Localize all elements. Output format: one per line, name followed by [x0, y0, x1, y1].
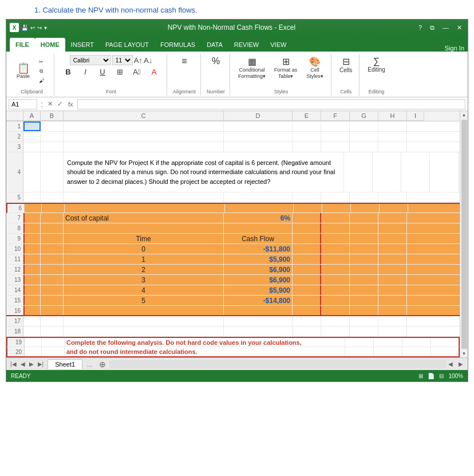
- italic-button[interactable]: I: [77, 66, 93, 77]
- cell-C14[interactable]: 4: [64, 285, 224, 295]
- cell-E17[interactable]: [293, 316, 321, 326]
- cell-G9[interactable]: [350, 234, 378, 243]
- cell-E5[interactable]: [293, 192, 321, 202]
- col-header-g[interactable]: G: [350, 111, 378, 121]
- cell-A5[interactable]: [23, 192, 41, 202]
- cell-G16[interactable]: [350, 306, 378, 315]
- cell-B20[interactable]: [42, 347, 65, 356]
- cell-F11[interactable]: [321, 254, 350, 264]
- cell-B16[interactable]: [41, 306, 64, 315]
- col-header-e[interactable]: E: [293, 111, 321, 121]
- fill-color-button[interactable]: A⃝: [129, 66, 145, 77]
- cell-B1[interactable]: [41, 121, 64, 131]
- cell-E8[interactable]: [293, 223, 321, 233]
- close-button[interactable]: ✕: [455, 24, 464, 32]
- cell-H12[interactable]: [378, 265, 407, 274]
- save-qa-btn[interactable]: 💾: [21, 25, 28, 31]
- cell-styles-button[interactable]: 🎨 CellStyles▾: [303, 55, 326, 81]
- underline-button[interactable]: U: [94, 66, 110, 77]
- cut-button[interactable]: ✂: [33, 58, 49, 66]
- tab-formulas[interactable]: FORMULAS: [155, 38, 201, 52]
- cell-G4[interactable]: [401, 152, 430, 192]
- cell-H15[interactable]: [378, 296, 407, 305]
- cell-C2[interactable]: [64, 132, 224, 141]
- decrease-font-button[interactable]: A↓: [144, 56, 152, 65]
- cell-B5[interactable]: [41, 192, 64, 202]
- cell-F14[interactable]: [321, 285, 350, 295]
- cell-B15[interactable]: [41, 296, 64, 305]
- cell-C10[interactable]: 0: [64, 244, 224, 254]
- paste-button[interactable]: 📋 Paste: [14, 55, 32, 87]
- nav-next-button[interactable]: ▶: [27, 360, 35, 368]
- cell-E14[interactable]: [293, 285, 321, 295]
- tab-view[interactable]: VIEW: [264, 38, 292, 52]
- cell-C15[interactable]: 5: [64, 296, 224, 305]
- scroll-down-button[interactable]: ▼: [461, 350, 468, 357]
- cell-F18[interactable]: [321, 326, 350, 336]
- horizontal-scrollbar[interactable]: [109, 360, 446, 368]
- cell-F6[interactable]: [322, 204, 351, 213]
- function-insert-button[interactable]: fx: [68, 101, 73, 108]
- cell-H7[interactable]: [378, 213, 407, 223]
- cell-A14[interactable]: [23, 285, 41, 295]
- cell-F9[interactable]: [321, 234, 350, 243]
- cell-B7[interactable]: [41, 213, 64, 223]
- cell-H11[interactable]: [378, 254, 407, 264]
- cell-F10[interactable]: [321, 244, 350, 254]
- cell-D6[interactable]: [225, 204, 294, 213]
- border-button[interactable]: ⊞: [112, 66, 128, 77]
- cell-C7[interactable]: Cost of capital: [64, 213, 224, 223]
- cell-B18[interactable]: [41, 326, 64, 336]
- nav-last-button[interactable]: ▶|: [36, 360, 46, 368]
- cell-A2[interactable]: [23, 132, 41, 141]
- percent-button[interactable]: %: [208, 55, 224, 68]
- cell-A20[interactable]: [25, 347, 42, 356]
- formula-input[interactable]: [77, 99, 465, 109]
- cell-E6[interactable]: [294, 204, 322, 213]
- tab-page-layout[interactable]: PAGE LAYOUT: [100, 38, 155, 52]
- scroll-thumb[interactable]: [461, 120, 467, 349]
- font-color-button[interactable]: A: [146, 66, 162, 77]
- cell-A4[interactable]: [23, 152, 41, 192]
- page-break-view-icon[interactable]: ⊟: [439, 373, 444, 379]
- cell-F8[interactable]: [321, 223, 350, 233]
- cell-D3[interactable]: [224, 142, 293, 152]
- cell-F5[interactable]: [321, 192, 350, 202]
- cell-D5[interactable]: [224, 192, 293, 202]
- formula-confirm-button[interactable]: ✓: [57, 100, 62, 108]
- font-family-select[interactable]: Calibri: [70, 55, 111, 65]
- cell-C1[interactable]: [64, 121, 224, 131]
- cell-B6[interactable]: [42, 204, 65, 213]
- cell-F20[interactable]: [345, 347, 374, 356]
- format-table-button[interactable]: ⊞ Format asTable▾: [271, 55, 300, 81]
- cell-G19[interactable]: [374, 338, 402, 347]
- cell-D2[interactable]: [224, 132, 293, 141]
- cell-B8[interactable]: [41, 223, 64, 233]
- cell-C9[interactable]: Time: [64, 234, 224, 243]
- col-header-c[interactable]: C: [64, 111, 224, 121]
- minimize-button[interactable]: —: [440, 24, 451, 31]
- cell-F1[interactable]: [321, 121, 350, 131]
- cell-A9[interactable]: [23, 234, 41, 243]
- cell-G3[interactable]: [350, 142, 378, 152]
- cell-E13[interactable]: [293, 275, 321, 285]
- cell-G13[interactable]: [350, 275, 378, 285]
- editing-button[interactable]: ∑ Editing: [365, 55, 388, 74]
- cell-H8[interactable]: [378, 223, 407, 233]
- scroll-up-button[interactable]: ▲: [461, 111, 468, 119]
- cell-reference-input[interactable]: [9, 99, 37, 109]
- cell-B12[interactable]: [41, 265, 64, 274]
- redo-qa-btn[interactable]: ↪: [37, 25, 42, 31]
- cell-F3[interactable]: [321, 142, 350, 152]
- cell-A15[interactable]: [23, 296, 41, 305]
- cell-H19[interactable]: [402, 338, 431, 347]
- cell-G11[interactable]: [350, 254, 378, 264]
- align-button[interactable]: ≡: [176, 55, 192, 68]
- cells-button[interactable]: ⊟ Cells: [337, 55, 354, 74]
- cell-F19[interactable]: [345, 338, 374, 347]
- tab-data[interactable]: DATA: [201, 38, 228, 52]
- col-header-d[interactable]: D: [224, 111, 293, 121]
- cell-H16[interactable]: [378, 306, 407, 315]
- cell-H2[interactable]: [378, 132, 407, 141]
- cell-C17[interactable]: [64, 316, 224, 326]
